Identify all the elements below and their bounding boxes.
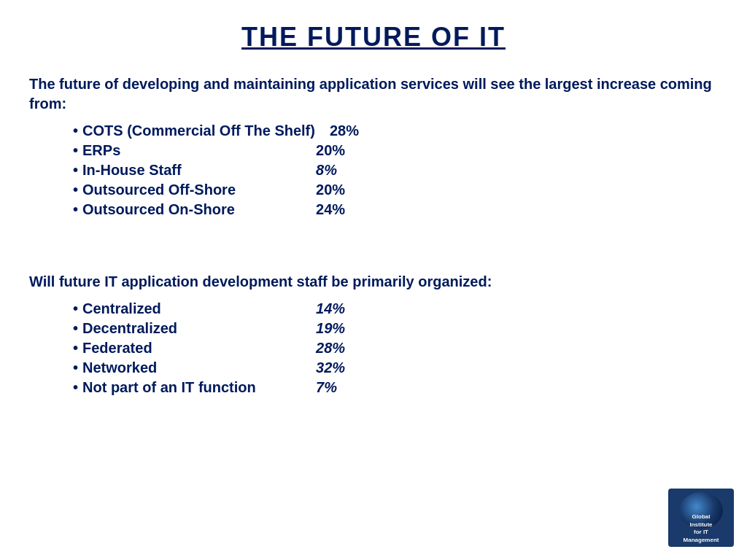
list-item: • Outsourced Off-Shore 20% (73, 182, 718, 198)
item-percent: 28% (330, 122, 359, 139)
item-percent: 24% (316, 201, 345, 218)
list-item: • Decentralized 19% (73, 320, 718, 337)
bullet-icon: • (73, 320, 78, 337)
item-label: COTS (Commercial Off The Shelf) (82, 122, 315, 139)
item-label: Centralized (82, 300, 301, 317)
list-item: • Federated 28% (73, 340, 718, 357)
item-label: Federated (82, 340, 301, 357)
bullet-icon: • (73, 182, 78, 198)
bullet-icon: • (73, 379, 78, 396)
bullet-icon: • (73, 162, 78, 179)
item-percent: 8% (316, 162, 337, 179)
logo-box: Global Institute for IT Management (668, 489, 734, 547)
list-item: • Not part of an IT function 7% (73, 379, 718, 396)
bullet-icon: • (73, 359, 78, 376)
list-item: • Networked 32% (73, 359, 718, 376)
section-1-list: • COTS (Commercial Off The Shelf) 28% • … (29, 122, 718, 218)
section-1-heading: The future of developing and maintaining… (29, 74, 718, 114)
list-item: • In-House Staff 8% (73, 162, 718, 179)
logo-line1: Global (668, 513, 734, 521)
item-label: Not part of an IT function (82, 379, 301, 396)
list-item: • ERPs 20% (73, 142, 718, 159)
list-item: • Centralized 14% (73, 300, 718, 317)
bullet-icon: • (73, 340, 78, 357)
item-percent: 32% (316, 359, 345, 376)
bullet-icon: • (73, 142, 78, 159)
item-label: Outsourced Off-Shore (82, 182, 301, 198)
item-label: ERPs (82, 142, 301, 159)
logo-line3: for IT (668, 529, 734, 536)
item-percent: 28% (316, 340, 345, 357)
section-2: Will future IT application development s… (29, 272, 718, 399)
section-gap (29, 236, 718, 272)
item-label: In-House Staff (82, 162, 301, 179)
list-item: • COTS (Commercial Off The Shelf) 28% (73, 122, 718, 139)
item-percent: 20% (316, 142, 345, 159)
item-percent: 7% (316, 379, 337, 396)
item-percent: 19% (316, 320, 345, 337)
item-label: Outsourced On-Shore (82, 201, 301, 218)
logo-line4: Management (668, 537, 734, 544)
list-item: • Outsourced On-Shore 24% (73, 201, 718, 218)
item-percent: 20% (316, 182, 345, 198)
logo-container: Global Institute for IT Management (668, 489, 734, 547)
section-2-list: • Centralized 14% • Decentralized 19% • … (29, 300, 718, 396)
bullet-icon: • (73, 201, 78, 218)
bullet-icon: • (73, 300, 78, 317)
logo-text-block: Global Institute for IT Management (668, 513, 734, 544)
page-title: THE FUTURE OF IT (29, 15, 718, 52)
bullet-icon: • (73, 122, 78, 139)
section-1: The future of developing and maintaining… (29, 74, 718, 221)
logo-line2: Institute (668, 521, 734, 529)
page-container: THE FUTURE OF IT The future of developin… (0, 0, 747, 560)
item-label: Networked (82, 359, 301, 376)
item-percent: 14% (316, 300, 345, 317)
section-2-heading: Will future IT application development s… (29, 272, 718, 292)
item-label: Decentralized (82, 320, 301, 337)
